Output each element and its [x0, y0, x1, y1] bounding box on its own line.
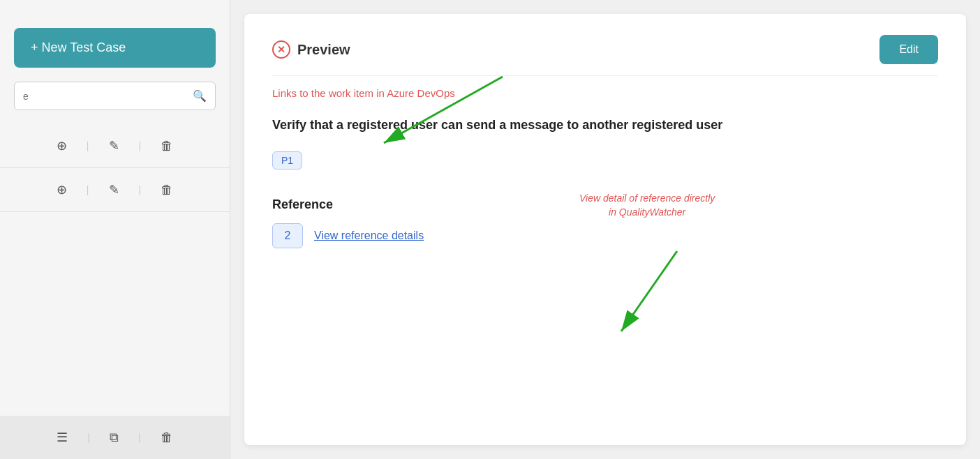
search-icon: 🔍	[193, 90, 207, 102]
preview-header: ✕ Preview Edit	[272, 35, 938, 76]
trash-icon-1: 🗑	[161, 139, 173, 153]
reference-row: 2 View reference details	[272, 223, 938, 248]
edit-button-2[interactable]: ✎	[106, 179, 122, 200]
add-button-1[interactable]: ⊕	[54, 135, 70, 156]
preview-title-group: ✕ Preview	[272, 40, 350, 59]
plus-circle-icon: ⊕	[57, 138, 67, 153]
divider-3: |	[87, 184, 89, 195]
edit-icon-1: ✎	[109, 138, 119, 153]
search-button[interactable]: 🔍	[184, 82, 215, 110]
edit-button-1[interactable]: ✎	[106, 135, 122, 156]
x-circle-icon: ✕	[272, 40, 290, 59]
azure-annotation-text: Links to the work item in Azure DevOps	[272, 87, 938, 99]
menu-button[interactable]: ☰	[54, 427, 70, 448]
main-panel: ✕ Preview Edit Links to the work item in…	[244, 14, 966, 445]
plus-circle-icon-2: ⊕	[57, 182, 67, 197]
preview-title: Preview	[297, 42, 350, 58]
sidebar: + New Test Case 🔍 ⊕ | ✎ | 🗑 ⊕ | ✎ | 🗑	[0, 0, 230, 459]
copy-button[interactable]: ⧉	[107, 428, 121, 448]
trash-icon-2: 🗑	[161, 183, 173, 197]
divider-5: |	[87, 432, 90, 443]
copy-icon: ⧉	[110, 430, 119, 445]
delete-button-bottom[interactable]: 🗑	[158, 428, 176, 448]
sidebar-row-2: ⊕ | ✎ | 🗑	[0, 168, 230, 212]
divider-2: |	[139, 140, 142, 151]
search-bar: 🔍	[14, 82, 216, 110]
add-button-2[interactable]: ⊕	[54, 179, 70, 200]
reference-label: Reference	[272, 197, 938, 212]
hamburger-icon: ☰	[57, 430, 68, 445]
reference-number-badge: 2	[272, 223, 303, 248]
divider-6: |	[138, 432, 141, 443]
search-input[interactable]	[15, 84, 184, 109]
divider-4: |	[139, 184, 142, 195]
priority-badge: P1	[272, 151, 302, 170]
edit-button[interactable]: Edit	[879, 35, 938, 64]
svg-line-1	[621, 251, 677, 331]
divider-1: |	[87, 140, 89, 151]
view-reference-details-link[interactable]: View reference details	[314, 230, 424, 242]
sidebar-row-1: ⊕ | ✎ | 🗑	[0, 124, 230, 168]
reference-section: Reference 2 View reference details	[272, 197, 938, 248]
sidebar-bottom-row: ☰ | ⧉ | 🗑	[0, 416, 230, 459]
test-case-title: Verify that a registered user can send a…	[272, 116, 761, 135]
delete-button-2[interactable]: 🗑	[158, 180, 176, 200]
delete-button-1[interactable]: 🗑	[158, 136, 176, 156]
trash-icon-bottom: 🗑	[161, 430, 173, 445]
edit-icon-2: ✎	[109, 182, 119, 197]
new-test-case-button[interactable]: + New Test Case	[14, 28, 216, 68]
